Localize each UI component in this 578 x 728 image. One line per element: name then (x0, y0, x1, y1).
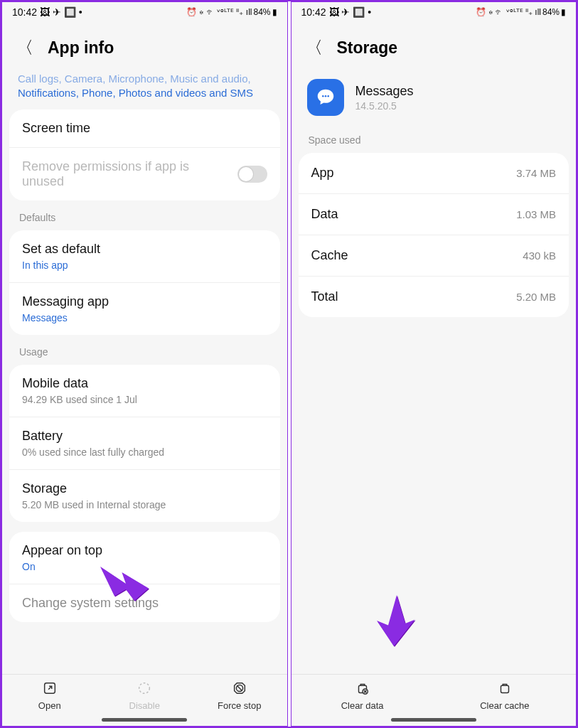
section-defaults: Defaults (2, 210, 287, 230)
disable-icon (97, 680, 193, 699)
clear-data-icon (291, 680, 434, 699)
nav-pill[interactable] (102, 718, 187, 722)
back-icon[interactable]: 〈 (16, 36, 33, 59)
row-appear-on-top[interactable]: Appear on top On (9, 532, 280, 584)
status-right-icons: ⏰ ⋇ ᯤ ᵛᵒᴸᵀᴱ ᴵᴵ₊ ıll (476, 7, 541, 17)
status-left-icons: 🖼 ✈ 🔲 • (40, 6, 82, 18)
battery-icon: ▮ (272, 7, 277, 17)
row-set-default[interactable]: Set as default In this app (9, 230, 280, 283)
section-space-used: Space used (291, 133, 577, 153)
bottom-bar: Open Disable Force stop (2, 674, 287, 715)
app-version: 14.5.20.5 (355, 100, 414, 112)
header: 〈 Storage (291, 19, 577, 72)
status-battery: 84% (253, 7, 270, 17)
header: 〈 App info (2, 19, 287, 72)
battery-icon: ▮ (561, 7, 566, 17)
row-total-size: Total 5.20 MB (299, 277, 569, 317)
status-left-icons: 🖼 ✈ 🔲 • (329, 6, 372, 18)
status-time: 10:42 (301, 6, 326, 18)
screen-storage: 10:42 🖼 ✈ 🔲 • ⏰ ⋇ ᯤ ᵛᵒᴸᵀᴱ ᴵᴵ₊ ıll 84% ▮ … (291, 1, 577, 727)
row-cache-size: Cache 430 kB (299, 235, 569, 277)
app-name: Messages (355, 84, 414, 99)
open-icon (2, 680, 97, 699)
screen-app-info: 10:42 🖼 ✈ 🔲 • ⏰ ⋇ ᯤ ᵛᵒᴸᵀᴱ ᴵᴵ₊ ıll 84% ▮ … (1, 1, 288, 727)
status-bar: 10:42 🖼 ✈ 🔲 • ⏰ ⋇ ᯤ ᵛᵒᴸᵀᴱ ᴵᴵ₊ ıll 84% ▮ (291, 2, 577, 19)
row-screen-time[interactable]: Screen time (9, 109, 280, 148)
disable-button: Disable (97, 680, 193, 711)
status-right-icons: ⏰ ⋇ ᯤ ᵛᵒᴸᵀᴱ ᴵᴵ₊ ıll (186, 7, 252, 17)
section-usage: Usage (2, 345, 287, 365)
status-battery: 84% (542, 7, 560, 17)
page-title: Storage (337, 38, 398, 58)
svg-point-7 (324, 95, 326, 97)
open-button[interactable]: Open (2, 680, 97, 711)
page-title: App info (48, 38, 114, 58)
bottom-bar: Clear data Clear cache (291, 674, 577, 715)
permissions-summary[interactable]: Call logs, Camera, Microphone, Music and… (2, 72, 287, 109)
row-data-size: Data 1.03 MB (299, 194, 569, 235)
app-header: Messages 14.5.20.5 (291, 72, 577, 133)
row-app-size: App 3.74 MB (299, 153, 569, 194)
status-bar: 10:42 🖼 ✈ 🔲 • ⏰ ⋇ ᯤ ᵛᵒᴸᵀᴱ ᴵᴵ₊ ıll 84% ▮ (2, 2, 287, 19)
back-icon[interactable]: 〈 (306, 36, 323, 59)
svg-point-6 (322, 95, 324, 97)
row-storage[interactable]: Storage 5.20 MB used in Internal storage (9, 470, 280, 522)
row-change-system-settings[interactable]: Change system settings (9, 584, 280, 622)
force-stop-button[interactable]: Force stop (192, 680, 287, 711)
svg-point-1 (139, 683, 150, 694)
svg-rect-13 (501, 685, 508, 692)
clear-data-button[interactable]: Clear data (291, 680, 434, 711)
row-battery[interactable]: Battery 0% used since last fully charged (9, 417, 280, 470)
clear-cache-icon (434, 680, 576, 699)
status-time: 10:42 (12, 6, 37, 18)
toggle-remove-permissions[interactable] (237, 166, 267, 183)
row-mobile-data[interactable]: Mobile data 94.29 KB used since 1 Jul (9, 365, 280, 417)
force-stop-icon (192, 680, 287, 699)
nav-pill[interactable] (391, 718, 476, 722)
svg-line-4 (237, 685, 242, 690)
row-remove-permissions[interactable]: Remove permissions if app is unused (9, 148, 280, 200)
app-icon (307, 79, 344, 116)
row-messaging-app[interactable]: Messaging app Messages (9, 283, 280, 335)
clear-cache-button[interactable]: Clear cache (434, 680, 576, 711)
svg-point-8 (327, 95, 329, 97)
